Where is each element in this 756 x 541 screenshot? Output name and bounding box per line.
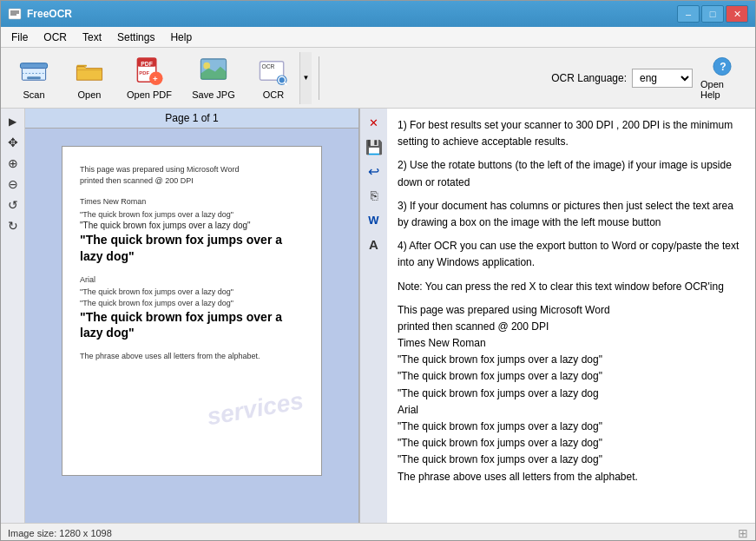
ocr-language-select[interactable]: eng fra deu spa [632,69,693,88]
menu-ocr[interactable]: OCR [36,30,74,45]
doc-arial-line2: "The quick brown fox jumps over a lazy d… [80,298,304,309]
ocr-button[interactable]: OCR OCR [247,52,299,104]
svg-rect-8 [27,76,41,79]
app-icon [8,7,22,21]
help-icon: ? [707,56,737,76]
doc-footer-text: The phrase above uses all letters from t… [80,351,304,362]
tip-note: Note: You can press the red X to clear t… [398,279,745,295]
image-panel: Page 1 of 1 This page was prepared using… [25,109,359,523]
doc-arial-section: Arial "The quick brown fox jumps over a … [80,274,304,340]
zoom-out-tool[interactable]: ⊖ [3,175,23,194]
page-indicator: Page 1 of 1 [25,109,358,129]
rotate-cw-tool[interactable]: ↻ [3,216,23,235]
doc-header: This page was prepared using Microsoft W… [80,164,304,186]
save-jpg-icon [198,56,229,87]
svg-text:PDF: PDF [141,60,153,66]
right-toolbar: ✕ 💾 ↩ ⎘ W A [359,109,387,523]
ocr-icon: OCR [258,56,289,87]
select-tool[interactable]: ▶ [3,112,23,131]
main-content: ▶ ✥ ⊕ ⊖ ↺ ↻ Page 1 of 1 This page was pr… [1,109,755,523]
font-button[interactable]: A [364,234,385,254]
image-area[interactable]: This page was prepared using Microsoft W… [25,129,358,523]
open-help-button[interactable]: ? Open Help [696,52,748,104]
save-jpg-button[interactable]: Save JPG [183,52,244,104]
scan-label: Scan [23,89,44,100]
close-button[interactable]: ✕ [726,5,748,23]
title-bar-controls: – □ ✕ [677,5,748,23]
doc-arial-line1: "The quick brown fox jumps over a lazy d… [80,287,304,298]
open-pdf-label: Open PDF [127,89,172,100]
ocr-result-header1: This page was prepared using Microsoft W… [398,302,745,485]
tip-4: 4) After OCR you can use the export butt… [398,238,745,271]
menu-file[interactable]: File [4,30,35,45]
doc-times-line2: "The quick brown fox jumps over a lazy d… [80,220,304,232]
open-label: Open [78,89,102,100]
svg-text:+: + [153,74,158,83]
svg-point-18 [203,62,210,69]
svg-text:PDF: PDF [139,70,149,76]
move-tool[interactable]: ✥ [3,133,23,152]
image-size: Image size: 1280 x 1098 [8,528,112,538]
svg-text:?: ? [720,60,726,72]
ocr-language-area: OCR Language: eng fra deu spa [551,69,693,88]
doc-arial-big: "The quick brown fox jumps over a lazy d… [80,309,304,340]
menu-text[interactable]: Text [76,30,108,45]
ocr-dropdown-arrow[interactable]: ▼ [299,52,312,104]
scan-icon [18,56,49,87]
toolbar: Scan Open PDF PDF + Open PDF Save JPG [1,48,755,109]
open-icon [74,56,105,87]
open-help-label: Open Help [700,79,744,100]
svg-rect-4 [20,63,47,68]
tip-1: 1) For best results set your scanner to … [398,117,745,150]
doc-line1: This page was prepared using Microsoft W… [80,164,304,175]
minimize-button[interactable]: – [677,5,700,23]
doc-watermark: services [205,387,306,432]
menu-bar: File OCR Text Settings Help [1,27,755,48]
doc-footer: The phrase above uses all letters from t… [80,351,304,362]
ocr-language-label: OCR Language: [551,72,627,84]
title-bar: FreeOCR – □ ✕ [1,1,755,27]
doc-times-section: Times New Roman "The quick brown fox jum… [80,196,304,264]
save-jpg-label: Save JPG [192,89,235,100]
maximize-button[interactable]: □ [701,5,724,23]
open-pdf-button[interactable]: PDF PDF + Open PDF [119,52,180,104]
zoom-in-tool[interactable]: ⊕ [3,154,23,173]
doc-times-big: "The quick brown fox jumps over a lazy d… [80,232,304,263]
document-image: This page was prepared using Microsoft W… [62,146,322,476]
doc-line2: printed then scanned @ 200 DPI [80,175,304,187]
status-bar: Image size: 1280 x 1098 ⊞ [1,523,755,541]
text-content[interactable]: 1) For best results set your scanner to … [387,109,755,523]
tip-3: 3) If your document has columns or pictu… [398,198,745,231]
scan-button[interactable]: Scan [8,52,60,104]
rotate-ccw-tool[interactable]: ↺ [3,195,23,214]
menu-help[interactable]: Help [163,30,199,45]
doc-times-header: Times New Roman [80,196,304,208]
svg-line-23 [285,82,287,85]
tip-2: 2) Use the rotate buttons (to the left o… [398,157,745,190]
toolbar-separator [319,56,319,100]
save-text-button[interactable]: 💾 [364,136,385,157]
left-sidebar: ▶ ✥ ⊕ ⊖ ↺ ↻ [1,109,25,523]
ocr-label: OCR [263,89,284,100]
app-title: FreeOCR [27,8,72,20]
doc-arial-header: Arial [80,274,304,286]
copy-button[interactable]: ⎘ [364,185,385,206]
svg-rect-0 [9,9,21,19]
menu-settings[interactable]: Settings [110,30,161,45]
svg-text:OCR: OCR [261,63,274,69]
resize-handle: ⊞ [738,526,748,540]
ocr-button-group: OCR OCR ▼ [247,52,312,104]
word-export-button[interactable]: W [364,209,385,230]
open-button[interactable]: Open [63,52,115,104]
title-bar-left: FreeOCR [8,7,72,21]
text-panel: 1) For best results set your scanner to … [387,109,755,523]
doc-times-line1: "The quick brown fox jumps over a lazy d… [80,209,304,221]
clear-text-button[interactable]: ✕ [364,112,385,133]
open-pdf-icon: PDF PDF + [134,56,165,87]
back-button[interactable]: ↩ [364,161,385,181]
